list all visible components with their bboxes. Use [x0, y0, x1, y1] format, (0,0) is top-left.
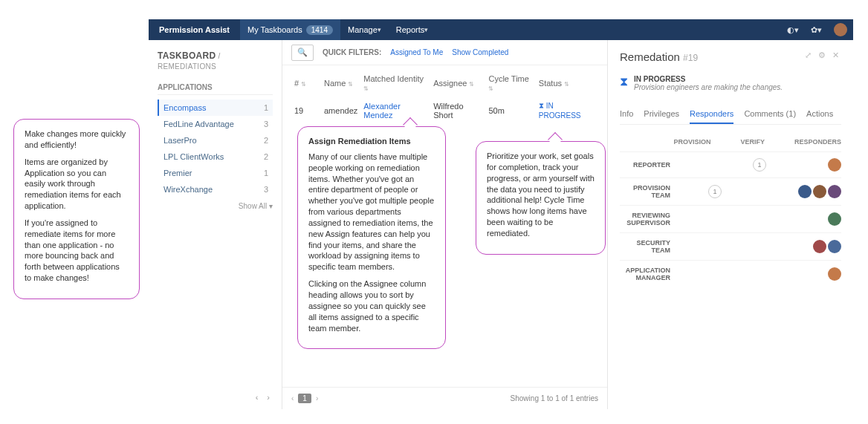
tab-info[interactable]: Info [620, 105, 633, 124]
settings-icon[interactable]: ✿▾ [805, 25, 828, 35]
status-title: IN PROGRESS [634, 75, 783, 83]
tab-comments-[interactable]: Comments (1) [744, 105, 796, 124]
page-prev-icon[interactable]: ‹ [291, 394, 294, 402]
table-row[interactable]: 19amendezAlexander MendezWilfredo Short5… [291, 97, 598, 124]
responders-header: PROVISION VERIFY RESPONDERS [620, 135, 841, 151]
table-footer: ‹ 1 › Showing 1 to 1 of 1 entries [282, 387, 607, 409]
page-title-main: TASKBOARD [158, 50, 216, 61]
col-responders: RESPONDERS [794, 138, 841, 146]
avatar[interactable] [828, 185, 841, 198]
responder-row: REVIEWING SUPERVISOR [620, 205, 841, 232]
callout-assign-title: Assign Remediation Items [308, 136, 435, 147]
col-name[interactable]: Name [321, 70, 360, 97]
col-matched-identity[interactable]: Matched Identity [360, 70, 430, 97]
quick-filters-label: QUICK FILTERS: [323, 48, 381, 56]
avatar[interactable] [813, 240, 826, 253]
remediations-table: # Name Matched Identity Assignee Cycle T… [291, 70, 598, 124]
detail-id: #19 [683, 53, 698, 63]
col-verify: VERIFY [740, 138, 765, 146]
responder-row: REPORTER1 [620, 151, 841, 177]
detail-tabs: InfoPrivilegesRespondersComments (1)Acti… [620, 105, 841, 125]
user-avatar[interactable] [828, 23, 853, 36]
topbar: Permission Assist My Taskboards 1414 Man… [149, 19, 853, 40]
page-current: 1 [298, 394, 311, 403]
page-next-icon[interactable]: › [316, 394, 318, 402]
responder-row: APPLICATION MANAGER [620, 260, 841, 287]
tab-actions[interactable]: Actions [806, 105, 833, 124]
nav-reports[interactable]: Reports [389, 19, 436, 40]
showing-entries: Showing 1 to 1 of 1 entries [511, 394, 598, 402]
show-all-toggle[interactable]: Show All ▾ [158, 202, 273, 210]
avatar[interactable] [828, 267, 841, 281]
taskboards-count-badge: 1414 [306, 25, 333, 35]
detail-title-text: Remedation [620, 50, 680, 63]
responder-row: SECURITY TEAM [620, 232, 841, 260]
sidebar-next-icon[interactable]: › [264, 391, 273, 403]
responders-rows: REPORTER1PROVISION TEAM1REVIEWING SUPERV… [620, 151, 841, 287]
col-assignee[interactable]: Assignee [430, 70, 485, 97]
filter-show-completed[interactable]: Show Completed [452, 48, 508, 56]
sidebar-section-label: APPLICATIONS [158, 83, 273, 95]
avatar[interactable] [798, 185, 812, 198]
tab-responders[interactable]: Responders [690, 105, 733, 124]
status-block: ⧗ IN PROGRESS Provision engineers are ma… [620, 75, 841, 91]
sidebar-item-wirexchange[interactable]: WireXchange3 [158, 181, 273, 198]
sidebar-pager: ‹ › [158, 387, 273, 403]
responder-row: PROVISION TEAM1 [620, 177, 841, 205]
avatar[interactable] [813, 185, 826, 198]
application-list: Encompass1FedLine Advantage3LaserPro2LPL… [158, 100, 273, 198]
callout-assign: Assign Remediation Items Many of our cli… [297, 126, 446, 349]
col-cycle-time[interactable]: Cycle Time [485, 70, 535, 97]
hourglass-icon: ⧗ [620, 75, 628, 88]
sidebar-item-lpl-clientworks[interactable]: LPL ClientWorks2 [158, 149, 273, 165]
tab-privileges[interactable]: Privileges [644, 105, 679, 124]
avatar[interactable] [828, 240, 841, 253]
sidebar-item-encompass[interactable]: Encompass1 [158, 100, 273, 116]
detail-panel: ⤢ ⚙ ✕ Remedation #19 ⧗ IN PROGRESS Provi… [608, 40, 853, 409]
sidebar: TASKBOARD / REMEDIATIONS APPLICATIONS En… [149, 40, 282, 409]
avatar[interactable] [828, 158, 841, 172]
col-provision: PROVISION [673, 138, 710, 146]
filter-assigned-to-me[interactable]: Assigned To Me [390, 48, 443, 56]
status-subtitle: Provision engineers are making the chang… [634, 83, 783, 91]
sidebar-item-laserpro[interactable]: LaserPro2 [158, 132, 273, 149]
brand: Permission Assist [149, 25, 240, 34]
col--[interactable]: # [291, 70, 321, 97]
sidebar-item-fedline-advantage[interactable]: FedLine Advantage3 [158, 116, 273, 132]
page-title: TASKBOARD / REMEDIATIONS [158, 50, 273, 71]
callout-sidebar: Make changes more quickly and efficientl… [13, 119, 140, 299]
sidebar-prev-icon[interactable]: ‹ [253, 391, 262, 403]
nav-manage[interactable]: Manage [340, 19, 389, 40]
filter-bar: 🔍 QUICK FILTERS: Assigned To Me Show Com… [282, 40, 607, 65]
col-status[interactable]: Status [536, 70, 598, 97]
detail-actions[interactable]: ⤢ ⚙ ✕ [805, 50, 841, 60]
sidebar-item-premier[interactable]: Premier1 [158, 165, 273, 181]
search-button[interactable]: 🔍 [291, 45, 314, 61]
callout-cycle-time: Prioritize your work, set goals for comp… [476, 141, 606, 255]
avatar[interactable] [828, 212, 841, 226]
nav-my-taskboards[interactable]: My Taskboards 1414 [240, 19, 340, 40]
nav-my-taskboards-label: My Taskboards [247, 25, 302, 34]
help-icon[interactable]: ◐▾ [781, 25, 805, 35]
